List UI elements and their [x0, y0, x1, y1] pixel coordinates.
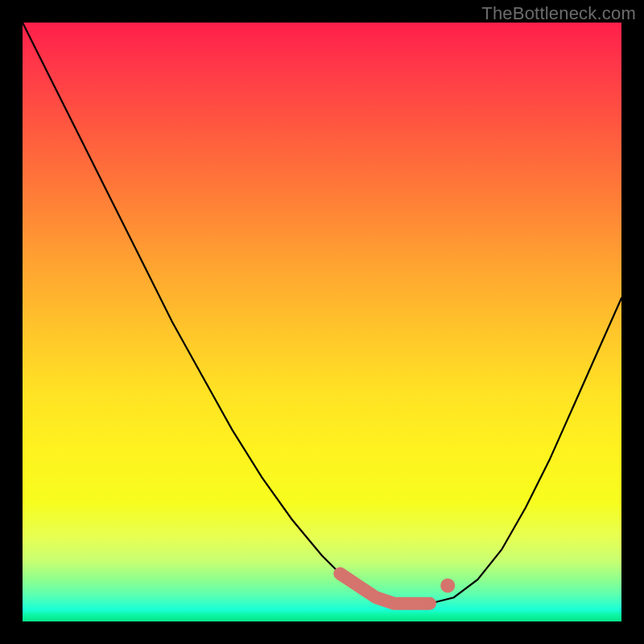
chart-stage: TheBottleneck.com: [0, 0, 644, 644]
sweet-spot-endpoint: [440, 578, 455, 592]
plot-area: [23, 23, 621, 621]
sweet-spot-marker: [340, 574, 430, 604]
curve-svg: [23, 23, 621, 621]
watermark-text: TheBottleneck.com: [481, 3, 636, 24]
bottleneck-curve: [23, 23, 621, 604]
